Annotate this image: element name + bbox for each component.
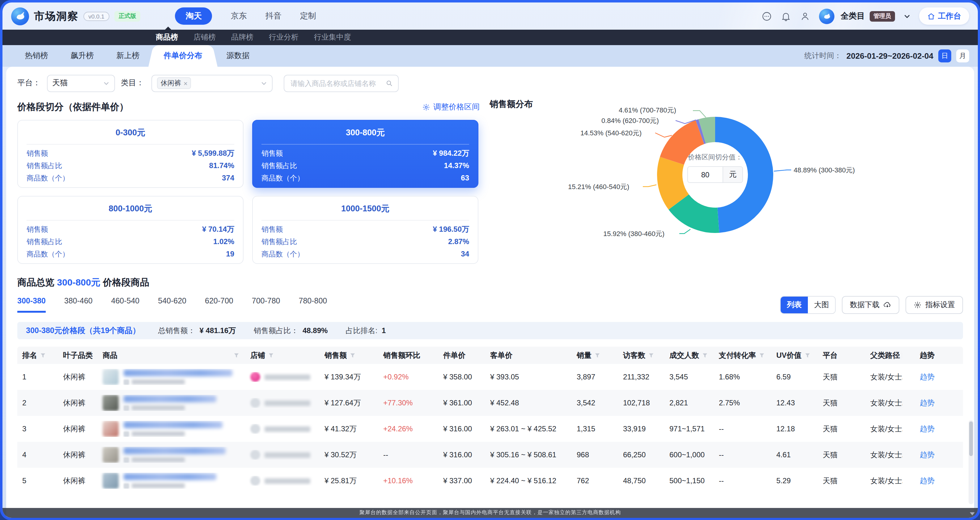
subnav-item-shops[interactable]: 店铺榜 <box>194 32 216 43</box>
grid-view-button[interactable]: 大图 <box>808 296 835 313</box>
blurred-shop-name <box>264 400 310 406</box>
cell-product <box>98 369 245 385</box>
trend-link[interactable]: 趋势 <box>920 372 935 382</box>
cell-buyers: 500~1,150 <box>665 476 714 485</box>
account-name[interactable]: 全类目 <box>841 11 865 22</box>
category-select[interactable]: 休闲裤 × <box>151 75 273 92</box>
cell-shop <box>245 450 320 460</box>
account-avatar[interactable] <box>819 8 834 24</box>
remove-tag-icon[interactable]: × <box>184 80 188 87</box>
filter-icon[interactable] <box>648 353 654 358</box>
product-thumbnail[interactable] <box>103 369 119 385</box>
product-thumbnail[interactable] <box>103 421 119 437</box>
product-cell[interactable] <box>103 447 226 463</box>
range-tab-380-460[interactable]: 380-460 <box>64 297 93 313</box>
trend-link[interactable]: 趋势 <box>920 398 935 408</box>
platform-tab-taotian[interactable]: 淘天 <box>175 7 212 25</box>
tab-unit-price-distribution[interactable]: 件单价分布 <box>151 45 215 67</box>
filter-icon[interactable] <box>268 353 274 358</box>
column-header-sales: 销售额 <box>320 350 378 361</box>
subnav-item-industry-concentration[interactable]: 行业集中度 <box>314 32 351 43</box>
metric-settings-button[interactable]: 指标设置 <box>905 296 963 313</box>
shop-cell[interactable] <box>250 450 310 460</box>
tab-new[interactable]: 新上榜 <box>105 45 151 67</box>
product-thumbnail[interactable] <box>103 447 119 463</box>
product-thumbnail[interactable] <box>103 395 119 411</box>
chevron-down-icon[interactable] <box>904 13 910 19</box>
search-icon[interactable] <box>386 80 393 87</box>
product-cell[interactable] <box>103 369 232 385</box>
shop-cell[interactable] <box>250 476 310 486</box>
subnav-item-brands[interactable]: 品牌榜 <box>231 32 253 43</box>
price-split-input[interactable] <box>688 167 722 182</box>
filter-icon[interactable] <box>40 353 46 358</box>
price-card-1000-1500[interactable]: 1000-1500元 销售额¥ 196.50万 销售额占比2.87% 商品数（个… <box>252 196 479 264</box>
platform-select[interactable]: 天猫 <box>47 75 115 92</box>
filter-icon[interactable] <box>759 353 765 358</box>
filter-icon[interactable] <box>805 353 810 358</box>
trend-link[interactable]: 趋势 <box>920 450 935 460</box>
product-thumbnail[interactable] <box>103 473 119 489</box>
blurred-product-name[interactable] <box>124 447 226 454</box>
cell-leaf: 休闲裤 <box>58 450 98 460</box>
range-tab-620-700[interactable]: 620-700 <box>205 297 233 313</box>
platform-tab-douyin[interactable]: 抖音 <box>266 11 282 22</box>
tab-hot-sales[interactable]: 热销榜 <box>14 45 59 67</box>
cell-path: 女装/女士精 <box>865 450 902 460</box>
column-header-leaf: 叶子品类 <box>58 350 98 361</box>
blurred-product-name[interactable] <box>124 369 232 376</box>
blurred-shop-name <box>264 374 310 380</box>
price-card-300-800[interactable]: 300-800元 销售额¥ 984.22万 销售额占比14.37% 商品数（个）… <box>252 120 479 188</box>
daily-toggle-button[interactable]: 日 <box>938 49 951 62</box>
content-panel: 平台： 天猫 类目： 休闲裤 × <box>6 67 974 518</box>
range-tab-300-380[interactable]: 300-380 <box>17 297 46 313</box>
cell-leaf: 休闲裤 <box>58 424 98 434</box>
cell-conv: 2.75% <box>714 399 772 407</box>
scroll-down-icon[interactable] <box>970 512 975 515</box>
user-icon[interactable] <box>800 11 810 21</box>
message-icon[interactable] <box>762 11 772 21</box>
filter-icon[interactable] <box>702 353 708 358</box>
filter-icon[interactable] <box>595 353 600 358</box>
subnav-item-industry-analysis[interactable]: 行业分析 <box>269 32 299 43</box>
product-cell[interactable] <box>103 473 216 489</box>
blurred-product-name[interactable] <box>124 421 223 428</box>
trend-link[interactable]: 趋势 <box>920 424 935 434</box>
workbench-button[interactable]: 工作台 <box>919 7 969 25</box>
range-tab-700-780[interactable]: 700-780 <box>252 297 280 313</box>
scrollbar-thumb[interactable] <box>969 421 973 456</box>
range-tab-460-540[interactable]: 460-540 <box>111 297 140 313</box>
cell-customer: ¥ 224.40 ~ ¥ 516.12 <box>485 476 572 485</box>
trend-link[interactable]: 趋势 <box>920 475 935 486</box>
cell-uv: 6.59 <box>772 373 818 381</box>
summary-total-value: ¥ 481.16万 <box>200 325 236 336</box>
overview-buttons: 列表 大图 数据下载 指标设置 <box>780 296 963 313</box>
vertical-scrollbar[interactable] <box>969 420 974 504</box>
list-view-button[interactable]: 列表 <box>781 296 808 313</box>
data-download-button[interactable]: 数据下载 <box>842 296 899 313</box>
tab-source-data[interactable]: 源数据 <box>215 45 261 67</box>
platform-tab-jd[interactable]: 京东 <box>231 11 247 22</box>
shop-cell[interactable] <box>250 372 310 382</box>
product-cell[interactable] <box>103 421 223 437</box>
price-card-800-1000[interactable]: 800-1000元 销售额¥ 70.14万 销售额占比1.02% 商品数（个）1… <box>17 196 243 264</box>
subnav-item-products[interactable]: 商品榜 <box>156 32 178 43</box>
bell-icon[interactable] <box>781 11 791 21</box>
filter-icon[interactable] <box>234 353 239 358</box>
filter-icon[interactable] <box>350 353 355 358</box>
search-input[interactable] <box>289 79 386 87</box>
platform-tab-custom[interactable]: 定制 <box>300 11 316 22</box>
platform-tabs: 淘天 京东 抖音 定制 <box>175 7 316 25</box>
shop-cell[interactable] <box>250 398 310 408</box>
shop-cell[interactable] <box>250 424 310 434</box>
product-cell[interactable] <box>103 395 216 411</box>
price-card-0-300[interactable]: 0-300元 销售额¥ 5,599.88万 销售额占比81.74% 商品数（个）… <box>17 120 243 188</box>
range-tab-780-800[interactable]: 780-800 <box>299 297 327 313</box>
blurred-product-name[interactable] <box>124 395 216 402</box>
adjust-price-range-link[interactable]: 调整价格区间 <box>422 102 480 112</box>
tab-rising[interactable]: 飙升榜 <box>59 45 105 67</box>
blurred-product-name[interactable] <box>124 473 216 480</box>
cell-platform: 天猫 <box>818 450 865 460</box>
monthly-toggle-button[interactable]: 月 <box>956 49 969 62</box>
range-tab-540-620[interactable]: 540-620 <box>158 297 186 313</box>
